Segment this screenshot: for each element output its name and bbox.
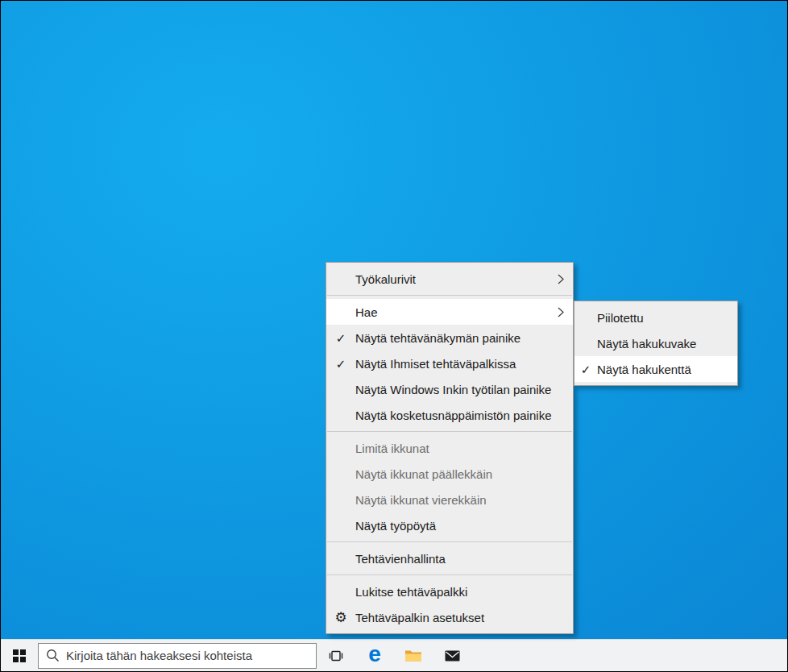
menu-item-label: Näytä hakukenttä <box>597 363 737 376</box>
menu-item-cascade-windows: Limitä ikkunat <box>326 435 573 461</box>
menu-item-toolbars[interactable]: Työkalurivit <box>326 266 573 292</box>
menu-item-label: Näytä Windows Inkin työtilan painike <box>355 383 573 396</box>
menu-separator <box>327 575 572 575</box>
menu-item-label: Työkalurivit <box>355 272 558 286</box>
menu-item-show-people[interactable]: ✓ Näytä Ihmiset tehtäväpalkissa <box>326 351 573 376</box>
menu-item-label: Tehtävienhallinta <box>355 552 573 566</box>
task-view-icon <box>328 648 344 664</box>
task-view-button[interactable] <box>317 640 355 672</box>
checkmark-icon: ✓ <box>326 332 355 344</box>
edge-button[interactable]: e <box>355 640 394 672</box>
submenu-item-show-search-icon[interactable]: Näytä hakukuvake <box>574 330 737 356</box>
taskbar-search-input[interactable] <box>66 649 309 662</box>
menu-item-search[interactable]: Hae <box>326 299 573 325</box>
edge-icon: e <box>368 643 381 666</box>
folder-icon <box>404 649 422 662</box>
menu-item-show-desktop[interactable]: Näytä työpöytä <box>326 512 573 538</box>
taskbar-context-menu: Työkalurivit Hae ✓ Näytä tehtävänäkymän … <box>326 262 574 634</box>
chevron-right-icon <box>558 307 573 317</box>
menu-item-show-windows-stacked: Näytä ikkunat päällekkäin <box>326 461 573 487</box>
desktop: Työkalurivit Hae ✓ Näytä tehtävänäkymän … <box>0 0 788 672</box>
checkmark-icon: ✓ <box>326 358 355 370</box>
menu-item-label: Piilotettu <box>597 311 737 325</box>
search-submenu: Piilotettu Näytä hakukuvake ✓ Näytä haku… <box>574 301 738 386</box>
menu-item-label: Hae <box>355 305 558 319</box>
menu-item-label: Näytä ikkunat vierekkäin <box>355 493 573 507</box>
menu-item-lock-taskbar[interactable]: Lukitse tehtäväpalkki <box>326 579 573 604</box>
menu-item-label: Tehtäväpalkin asetukset <box>355 611 573 624</box>
menu-item-label: Lukitse tehtäväpalkki <box>355 585 573 599</box>
menu-item-show-windows-side-by-side: Näytä ikkunat vierekkäin <box>326 487 573 512</box>
mail-button[interactable] <box>433 640 471 672</box>
menu-item-label: Näytä Ihmiset tehtäväpalkissa <box>355 357 573 371</box>
start-button[interactable] <box>1 640 38 672</box>
menu-separator <box>327 431 572 432</box>
menu-item-label: Näytä työpöytä <box>355 519 573 533</box>
menu-item-label: Näytä hakukuvake <box>597 337 737 351</box>
menu-separator <box>327 295 572 296</box>
checkmark-icon: ✓ <box>574 363 597 375</box>
submenu-item-hidden[interactable]: Piilotettu <box>574 305 737 330</box>
menu-item-show-task-view-button[interactable]: ✓ Näytä tehtävänäkymän painike <box>326 325 573 351</box>
file-explorer-button[interactable] <box>394 640 433 672</box>
gear-icon: ⚙ <box>326 611 355 624</box>
chevron-right-icon <box>558 274 573 284</box>
menu-item-show-windows-ink[interactable]: Näytä Windows Inkin työtilan painike <box>326 376 573 402</box>
windows-logo-icon <box>13 649 26 662</box>
mail-icon <box>445 650 460 662</box>
menu-item-label: Näytä tehtävänäkymän painike <box>355 331 573 345</box>
taskbar-search-box[interactable] <box>38 643 317 669</box>
menu-item-task-manager[interactable]: Tehtävienhallinta <box>326 545 573 571</box>
menu-item-label: Näytä kosketusnäppäimistön painike <box>355 409 573 422</box>
menu-separator <box>327 541 572 542</box>
submenu-item-show-search-box[interactable]: ✓ Näytä hakukenttä <box>574 356 737 382</box>
menu-item-label: Näytä ikkunat päällekkäin <box>355 467 573 481</box>
menu-item-show-touch-keyboard[interactable]: Näytä kosketusnäppäimistön painike <box>326 402 573 428</box>
menu-item-label: Limitä ikkunat <box>355 442 573 455</box>
search-icon <box>46 649 60 662</box>
menu-item-taskbar-settings[interactable]: ⚙ Tehtäväpalkin asetukset <box>326 604 573 630</box>
taskbar: e <box>1 639 787 671</box>
